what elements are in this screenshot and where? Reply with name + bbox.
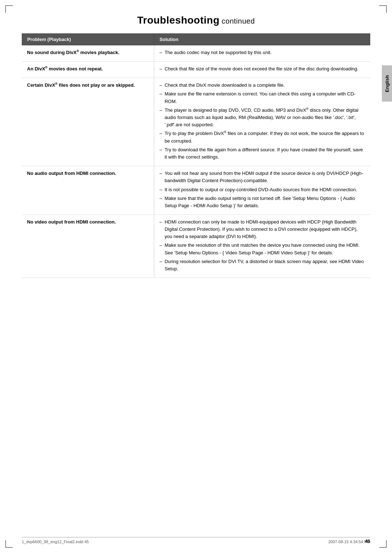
solution-item: During resolution selection for DVI TV, … xyxy=(159,258,365,273)
problem-cell: No video output from HDMI connection. xyxy=(22,215,154,278)
solution-item: Make sure the file name extension is cor… xyxy=(159,90,365,105)
problem-cell: No sound during DivX® movies playback. xyxy=(22,45,154,62)
table-row: No sound during DivX® movies playback.Th… xyxy=(22,45,370,62)
solution-item: Check that the DivX movie downloaded is … xyxy=(159,82,365,89)
title-suffix: continued xyxy=(220,17,255,25)
solution-item: The player is designed to play DVD, VCD,… xyxy=(159,107,365,129)
footer-left-text: 1_dvp6600_98_eng12_Final2.indd 45 xyxy=(22,540,89,544)
table-header-row: Problem (Playback) Solution xyxy=(22,34,370,45)
solution-item: You will not hear any sound from the HDM… xyxy=(159,170,365,184)
corner-mark-tr xyxy=(379,5,387,13)
solution-cell: Check that the DivX movie downloaded is … xyxy=(154,78,370,166)
solution-item: Try to download the file again from a di… xyxy=(159,146,365,161)
corner-mark-tl xyxy=(5,5,13,13)
title-main: Troubleshooting xyxy=(137,15,220,26)
footer-right-text: 2007-08-15 4:34:54 PM xyxy=(328,540,370,544)
corner-mark-bl xyxy=(5,540,13,548)
solution-cell: The audio codec may not be supported by … xyxy=(154,45,370,62)
solution-item: It is not possible to output or copy-con… xyxy=(159,186,365,193)
col-header-problem: Problem (Playback) xyxy=(22,34,154,45)
solution-cell: Check that file size of the movie does n… xyxy=(154,62,370,78)
table-row: Certain DivX® files does not play or are… xyxy=(22,78,370,166)
solution-cell: You will not hear any sound from the HDM… xyxy=(154,166,370,215)
solution-item: Try to play the problem DivX® files on a… xyxy=(159,130,365,145)
table-row: No video output from HDMI connection.HDM… xyxy=(22,215,370,278)
problem-cell: An DivX® movies does not repeat. xyxy=(22,62,154,78)
page-container: English Troubleshooting continued Proble… xyxy=(0,0,392,553)
problem-cell: Certain DivX® files does not play or are… xyxy=(22,78,154,166)
language-tab-label: English xyxy=(384,75,390,92)
solution-item: Check that file size of the movie does n… xyxy=(159,65,365,73)
page-footer: 1_dvp6600_98_eng12_Final2.indd 45 2007-0… xyxy=(22,537,370,544)
page-number: 45 xyxy=(365,538,370,544)
solution-item: Make sure the resolution of this unit ma… xyxy=(159,242,365,256)
problem-cell: No audio output from HDMI connection. xyxy=(22,166,154,215)
table-row: No audio output from HDMI connection.You… xyxy=(22,166,370,215)
table-row: An DivX® movies does not repeat.Check th… xyxy=(22,62,370,78)
solution-item: Make sure that the audio output setting … xyxy=(159,195,365,209)
solution-item: HDMI connection can only be made to HDMI… xyxy=(159,218,365,240)
page-title: Troubleshooting continued xyxy=(22,15,370,26)
col-header-solution: Solution xyxy=(154,34,370,45)
solution-cell: HDMI connection can only be made to HDMI… xyxy=(154,215,370,278)
troubleshoot-table: Problem (Playback) Solution No sound dur… xyxy=(22,33,370,278)
solution-item: The audio codec may not be supported by … xyxy=(159,49,365,56)
corner-mark-br xyxy=(379,540,387,548)
language-tab: English xyxy=(382,65,392,102)
